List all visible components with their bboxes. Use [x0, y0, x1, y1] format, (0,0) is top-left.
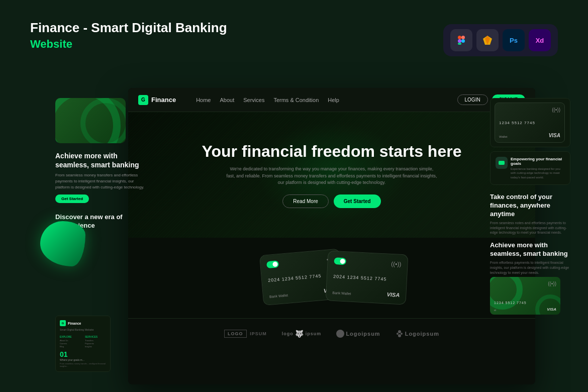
rc-card-number: 1234 5512 7745: [499, 121, 560, 125]
blp-services-title: SERVICES: [85, 335, 106, 338]
blp-service-2: Payments: [85, 342, 106, 345]
blp-subtitle: Smart Digital Banking Website: [60, 328, 106, 331]
get-started-button[interactable]: Get Started: [334, 194, 381, 208]
logo-3: Logoipsum: [336, 330, 380, 338]
blp-services-col: SERVICES Transfers Payments Insights: [85, 333, 106, 348]
left-panel: Achieve more with seamless, smart bankin…: [55, 98, 146, 230]
blp-logo-text: Finance: [68, 322, 81, 325]
card-2-visa: VISA: [386, 291, 400, 298]
logo-2: logo 🐺 ipsum: [282, 330, 322, 338]
control-text-block: Take control of your finances, anywhere …: [490, 189, 570, 239]
sketch-tool-icon[interactable]: [476, 29, 499, 51]
svg-rect-0: [458, 36, 461, 39]
rgb-wifi-icon: ((•)): [548, 281, 556, 286]
side-heading: Achieve more with seamless, smart bankin…: [55, 151, 146, 169]
blp-service-1: Transfers: [85, 339, 106, 342]
blp-sections: EXPLORE About Us Careers Blog SERVICES T…: [60, 333, 106, 348]
nav-services[interactable]: Services: [243, 97, 264, 103]
right-green-card: ((•)) 1234 5512 7745 VISA et: [490, 277, 560, 315]
svg-rect-1: [458, 39, 461, 43]
svg-point-10: [401, 333, 403, 335]
side-get-started-button[interactable]: Get Started: [55, 194, 89, 203]
shape-blob: [40, 221, 85, 266]
logo-1: LOGO IPSUM: [224, 331, 267, 336]
site-nav: G Finance Home About Services Terms & Co…: [128, 88, 535, 112]
blp-explore-title: EXPLORE: [60, 335, 81, 338]
rgb-circle-1: [490, 277, 523, 310]
card-2-number: 2024 1234 5512 7745: [333, 274, 401, 282]
blp-number: 01: [60, 350, 106, 358]
read-more-button[interactable]: Read More: [282, 194, 328, 208]
empowering-desc: Experience banking designed for you with…: [511, 167, 565, 179]
svg-point-3: [461, 39, 465, 43]
nav-about[interactable]: About: [220, 97, 234, 103]
empowering-card: Empowering your financial goals Experien…: [490, 151, 570, 185]
rgb-circle-2: [535, 295, 560, 315]
card-1-toggle[interactable]: [266, 260, 279, 268]
blp-logo-icon: G: [60, 320, 66, 326]
ps-tool-icon[interactable]: Ps: [503, 29, 525, 51]
hero-section: Your financial freedom starts here We're…: [128, 112, 535, 238]
blp-explore-3: Blog: [60, 345, 81, 348]
blp-explore-2: Careers: [60, 342, 81, 345]
card-2-bank: Bank Wallet: [332, 291, 351, 296]
logo-4: Logoipsum: [396, 330, 439, 338]
blp-service-3: Insights: [85, 345, 106, 348]
hero-description: We're dedicated to transforming the way …: [226, 166, 437, 186]
hero-buttons: Read More Get Started: [282, 194, 380, 208]
more-heading: Achieve more with seamless, smart bankin…: [490, 241, 570, 258]
blp-where: Where your goals m...: [60, 358, 106, 361]
card-1-number: 2024 1234 5512 7745: [268, 272, 335, 283]
hero-title: Your financial freedom starts here: [202, 142, 462, 161]
logos-section: LOGO IPSUM logo 🐺 ipsum Logoipsum Logoip…: [128, 318, 535, 348]
rc-visa-label: VISA: [549, 133, 560, 138]
svg-point-8: [398, 334, 401, 337]
browser-mockup: G Finance Home About Services Terms & Co…: [128, 88, 535, 384]
nav-terms[interactable]: Terms & Condition: [273, 97, 319, 103]
rc-wifi-icon: ((•)): [552, 107, 560, 113]
empowering-title: Empowering your financial goals: [511, 157, 565, 166]
blp-explore-1: About Us: [60, 339, 81, 342]
cards-section: •⦾ 2024 1234 5512 7745 Bank Wallet VISA …: [128, 238, 535, 318]
nav-help[interactable]: Help: [328, 97, 339, 103]
blp-logo-row: G Finance: [60, 320, 106, 326]
nav-home[interactable]: Home: [196, 97, 211, 103]
credit-card-2: ((•)) 2024 1234 5512 7745 Bank Wallet VI…: [326, 250, 409, 305]
empowering-icon: [496, 157, 508, 169]
tool-icons-container: Ps Xd: [443, 24, 558, 56]
card-1-bank: Bank Wallet: [269, 293, 288, 299]
right-credit-card: ((•)) 1234 5512 7745 Wallet VISA: [490, 98, 570, 147]
rc-wallet-label: Wallet: [499, 135, 507, 138]
green-abstract-card: [55, 98, 126, 143]
page-header: Finance - Smart Digital Banking Website: [30, 20, 227, 51]
blp-money: From seamless money transfe... intellige…: [60, 362, 106, 367]
card-2-wifi-icon: ((•)): [391, 260, 402, 268]
control-desc: From seamless notes and effortless payme…: [490, 221, 570, 235]
rgb-label: et: [494, 309, 496, 312]
card-2-toggle[interactable]: [334, 257, 346, 265]
blp-explore-col: EXPLORE About Us Careers Blog: [60, 333, 81, 348]
xd-tool-icon[interactable]: Xd: [529, 29, 551, 51]
login-button[interactable]: LOGIN: [457, 94, 488, 105]
bottom-left-preview: G Finance Smart Digital Banking Website …: [55, 316, 111, 372]
svg-point-7: [398, 330, 401, 333]
right-panel: ((•)) 1234 5512 7745 Wallet VISA Empower…: [490, 98, 570, 319]
figma-tool-icon[interactable]: [450, 29, 472, 51]
rgb-brand: VISA: [547, 307, 556, 312]
side-text-block: Achieve more with seamless, smart bankin…: [55, 151, 146, 203]
page-subtitle: Website: [30, 38, 227, 51]
svg-rect-2: [461, 36, 465, 39]
empowering-text: Empowering your financial goals Experien…: [511, 157, 565, 179]
page-title: Finance - Smart Digital Banking: [30, 20, 227, 36]
svg-rect-4: [458, 43, 461, 45]
rgb-numbers: 1234 5512 7745: [494, 301, 527, 305]
svg-point-9: [397, 333, 399, 335]
more-desc: From effortless payments to intelligent …: [490, 260, 570, 275]
side-desc: From seamless money transfers and effort…: [55, 172, 146, 190]
more-text-block: Achieve more with seamless, smart bankin…: [490, 239, 570, 277]
green-3d-shape: [40, 221, 85, 266]
control-heading: Take control of your finances, anywhere …: [490, 193, 570, 219]
nav-links: Home About Services Terms & Condition He…: [196, 97, 447, 103]
